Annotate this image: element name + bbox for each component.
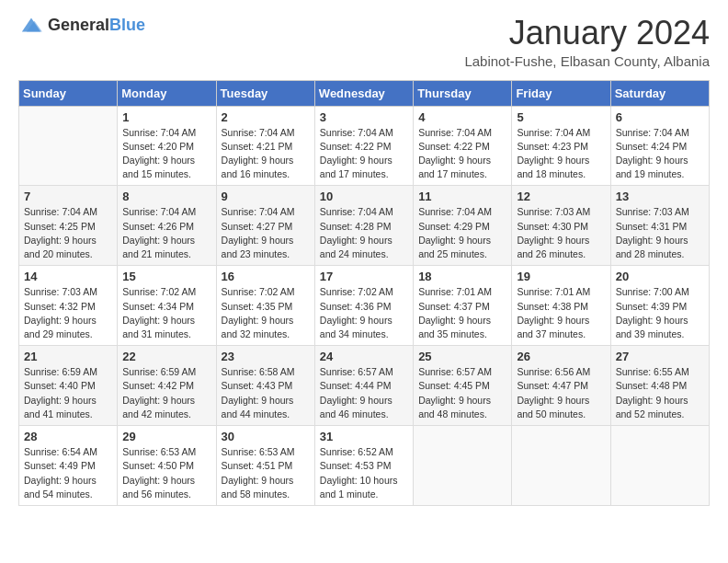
day-info: Sunrise: 7:02 AMSunset: 4:36 PMDaylight:… xyxy=(320,285,408,341)
day-number: 14 xyxy=(24,270,112,283)
header-row: SundayMondayTuesdayWednesdayThursdayFrid… xyxy=(19,80,710,106)
day-number: 6 xyxy=(616,110,704,124)
calendar-cell: 16Sunrise: 7:02 AMSunset: 4:35 PMDayligh… xyxy=(216,266,314,346)
day-number: 11 xyxy=(418,190,506,203)
calendar-week-5: 28Sunrise: 6:54 AMSunset: 4:49 PMDayligh… xyxy=(19,426,710,506)
calendar-cell: 1Sunrise: 7:04 AMSunset: 4:20 PMDaylight… xyxy=(118,106,216,186)
calendar-cell xyxy=(610,426,709,506)
calendar-cell xyxy=(512,426,610,506)
calendar-cell: 4Sunrise: 7:04 AMSunset: 4:22 PMDaylight… xyxy=(414,106,512,186)
day-info: Sunrise: 7:04 AMSunset: 4:20 PMDaylight:… xyxy=(122,126,210,182)
day-number: 3 xyxy=(320,110,408,124)
calendar-cell: 12Sunrise: 7:03 AMSunset: 4:30 PMDayligh… xyxy=(512,186,610,266)
title-block: January 2024 Labinot-Fushe, Elbasan Coun… xyxy=(464,15,710,69)
calendar-header: SundayMondayTuesdayWednesdayThursdayFrid… xyxy=(19,80,710,106)
calendar-cell xyxy=(19,106,118,186)
calendar-cell: 19Sunrise: 7:01 AMSunset: 4:38 PMDayligh… xyxy=(512,266,610,346)
calendar-cell: 30Sunrise: 6:53 AMSunset: 4:51 PMDayligh… xyxy=(216,426,314,506)
day-info: Sunrise: 6:57 AMSunset: 4:44 PMDaylight:… xyxy=(320,365,408,421)
day-number: 2 xyxy=(222,110,310,124)
day-info: Sunrise: 7:04 AMSunset: 4:28 PMDaylight:… xyxy=(320,205,408,261)
day-number: 29 xyxy=(122,430,210,443)
calendar-week-2: 7Sunrise: 7:04 AMSunset: 4:25 PMDaylight… xyxy=(19,186,710,266)
day-info: Sunrise: 7:01 AMSunset: 4:38 PMDaylight:… xyxy=(517,285,605,341)
day-info: Sunrise: 7:03 AMSunset: 4:30 PMDaylight:… xyxy=(517,205,605,261)
calendar-cell xyxy=(414,426,512,506)
calendar-body: 1Sunrise: 7:04 AMSunset: 4:20 PMDaylight… xyxy=(19,106,710,505)
calendar-cell: 10Sunrise: 7:04 AMSunset: 4:28 PMDayligh… xyxy=(314,186,413,266)
header-cell-wednesday: Wednesday xyxy=(314,80,413,106)
calendar-cell: 14Sunrise: 7:03 AMSunset: 4:32 PMDayligh… xyxy=(19,266,118,346)
day-number: 1 xyxy=(122,110,210,124)
calendar-cell: 27Sunrise: 6:55 AMSunset: 4:48 PMDayligh… xyxy=(610,346,709,426)
day-number: 27 xyxy=(616,350,704,363)
day-number: 4 xyxy=(418,110,506,124)
month-title: January 2024 xyxy=(464,15,710,52)
day-info: Sunrise: 6:59 AMSunset: 4:42 PMDaylight:… xyxy=(122,365,210,421)
day-number: 10 xyxy=(320,190,408,203)
calendar-cell: 26Sunrise: 6:56 AMSunset: 4:47 PMDayligh… xyxy=(512,346,610,426)
day-number: 9 xyxy=(222,190,310,203)
calendar-cell: 8Sunrise: 7:04 AMSunset: 4:26 PMDaylight… xyxy=(118,186,216,266)
day-info: Sunrise: 6:59 AMSunset: 4:40 PMDaylight:… xyxy=(24,365,112,421)
location-title: Labinot-Fushe, Elbasan County, Albania xyxy=(464,53,710,69)
logo-blue: Blue xyxy=(109,16,145,34)
day-number: 8 xyxy=(122,190,210,203)
day-info: Sunrise: 7:00 AMSunset: 4:39 PMDaylight:… xyxy=(616,285,704,341)
calendar-cell: 7Sunrise: 7:04 AMSunset: 4:25 PMDaylight… xyxy=(19,186,118,266)
day-info: Sunrise: 6:53 AMSunset: 4:51 PMDaylight:… xyxy=(222,445,310,501)
day-number: 12 xyxy=(517,190,605,203)
calendar-cell: 6Sunrise: 7:04 AMSunset: 4:24 PMDaylight… xyxy=(610,106,709,186)
header-cell-monday: Monday xyxy=(118,80,216,106)
day-number: 20 xyxy=(616,270,704,283)
day-number: 16 xyxy=(222,270,310,283)
logo-general: General xyxy=(48,16,109,34)
day-number: 5 xyxy=(517,110,605,124)
day-info: Sunrise: 7:01 AMSunset: 4:37 PMDaylight:… xyxy=(418,285,506,341)
calendar-week-1: 1Sunrise: 7:04 AMSunset: 4:20 PMDaylight… xyxy=(19,106,710,186)
header-cell-tuesday: Tuesday xyxy=(216,80,314,106)
day-number: 26 xyxy=(517,350,605,363)
calendar-cell: 31Sunrise: 6:52 AMSunset: 4:53 PMDayligh… xyxy=(314,426,413,506)
day-number: 25 xyxy=(418,350,506,363)
calendar-cell: 21Sunrise: 6:59 AMSunset: 4:40 PMDayligh… xyxy=(19,346,118,426)
header-cell-friday: Friday xyxy=(512,80,610,106)
day-number: 22 xyxy=(122,350,210,363)
calendar-cell: 28Sunrise: 6:54 AMSunset: 4:49 PMDayligh… xyxy=(19,426,118,506)
day-info: Sunrise: 6:52 AMSunset: 4:53 PMDaylight:… xyxy=(320,445,408,501)
day-info: Sunrise: 7:04 AMSunset: 4:26 PMDaylight:… xyxy=(122,205,210,261)
day-number: 31 xyxy=(320,430,408,443)
page-header: GeneralBlue January 2024 Labinot-Fushe, … xyxy=(18,15,710,69)
day-info: Sunrise: 7:04 AMSunset: 4:22 PMDaylight:… xyxy=(418,126,506,182)
logo-icon xyxy=(18,15,44,35)
calendar-cell: 20Sunrise: 7:00 AMSunset: 4:39 PMDayligh… xyxy=(610,266,709,346)
calendar-cell: 17Sunrise: 7:02 AMSunset: 4:36 PMDayligh… xyxy=(314,266,413,346)
day-info: Sunrise: 7:02 AMSunset: 4:35 PMDaylight:… xyxy=(222,285,310,341)
day-info: Sunrise: 7:04 AMSunset: 4:25 PMDaylight:… xyxy=(24,205,112,261)
header-cell-sunday: Sunday xyxy=(19,80,118,106)
header-cell-saturday: Saturday xyxy=(610,80,709,106)
calendar-week-3: 14Sunrise: 7:03 AMSunset: 4:32 PMDayligh… xyxy=(19,266,710,346)
calendar-cell: 11Sunrise: 7:04 AMSunset: 4:29 PMDayligh… xyxy=(414,186,512,266)
calendar-cell: 9Sunrise: 7:04 AMSunset: 4:27 PMDaylight… xyxy=(216,186,314,266)
day-info: Sunrise: 6:57 AMSunset: 4:45 PMDaylight:… xyxy=(418,365,506,421)
calendar-cell: 18Sunrise: 7:01 AMSunset: 4:37 PMDayligh… xyxy=(414,266,512,346)
day-info: Sunrise: 6:56 AMSunset: 4:47 PMDaylight:… xyxy=(517,365,605,421)
day-number: 21 xyxy=(24,350,112,363)
day-info: Sunrise: 6:58 AMSunset: 4:43 PMDaylight:… xyxy=(222,365,310,421)
calendar-table: SundayMondayTuesdayWednesdayThursdayFrid… xyxy=(18,80,710,506)
day-number: 28 xyxy=(24,430,112,443)
day-info: Sunrise: 6:54 AMSunset: 4:49 PMDaylight:… xyxy=(24,445,112,501)
day-info: Sunrise: 7:02 AMSunset: 4:34 PMDaylight:… xyxy=(122,285,210,341)
calendar-cell: 22Sunrise: 6:59 AMSunset: 4:42 PMDayligh… xyxy=(118,346,216,426)
calendar-cell: 3Sunrise: 7:04 AMSunset: 4:22 PMDaylight… xyxy=(314,106,413,186)
header-cell-thursday: Thursday xyxy=(414,80,512,106)
calendar-cell: 23Sunrise: 6:58 AMSunset: 4:43 PMDayligh… xyxy=(216,346,314,426)
day-info: Sunrise: 7:04 AMSunset: 4:21 PMDaylight:… xyxy=(222,126,310,182)
calendar-cell: 25Sunrise: 6:57 AMSunset: 4:45 PMDayligh… xyxy=(414,346,512,426)
calendar-cell: 2Sunrise: 7:04 AMSunset: 4:21 PMDaylight… xyxy=(216,106,314,186)
day-info: Sunrise: 6:53 AMSunset: 4:50 PMDaylight:… xyxy=(122,445,210,501)
day-info: Sunrise: 6:55 AMSunset: 4:48 PMDaylight:… xyxy=(616,365,704,421)
day-info: Sunrise: 7:04 AMSunset: 4:27 PMDaylight:… xyxy=(222,205,310,261)
calendar-cell: 15Sunrise: 7:02 AMSunset: 4:34 PMDayligh… xyxy=(118,266,216,346)
